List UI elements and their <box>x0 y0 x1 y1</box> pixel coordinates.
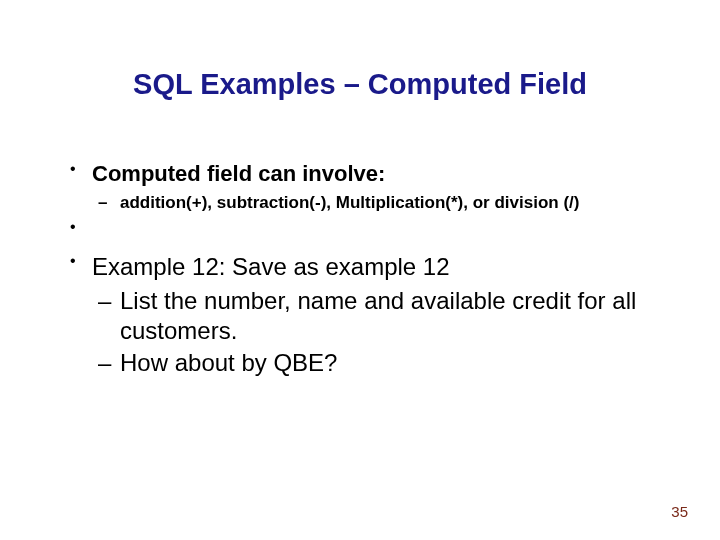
bullet-text: Example 12: Save as example 12 <box>92 253 450 280</box>
bullet-list: Computed field can involve: addition(+),… <box>68 160 668 378</box>
sub-bullet: List the number, name and available cred… <box>92 286 668 346</box>
sub-list: List the number, name and available cred… <box>92 286 668 378</box>
sub-list: addition(+), subtraction(-), Multiplicat… <box>92 192 668 214</box>
slide-body: Computed field can involve: addition(+),… <box>68 160 668 382</box>
spacer <box>68 218 668 252</box>
slide-title: SQL Examples – Computed Field <box>0 68 720 101</box>
bullet-item-1: Computed field can involve: addition(+),… <box>68 160 668 214</box>
page-number: 35 <box>671 503 688 520</box>
bullet-text: Computed field can involve: <box>92 161 385 186</box>
sub-bullet: How about by QBE? <box>92 348 668 378</box>
sub-bullet: addition(+), subtraction(-), Multiplicat… <box>92 192 668 214</box>
slide: SQL Examples – Computed Field Computed f… <box>0 0 720 540</box>
bullet-item-2: Example 12: Save as example 12 List the … <box>68 252 668 378</box>
